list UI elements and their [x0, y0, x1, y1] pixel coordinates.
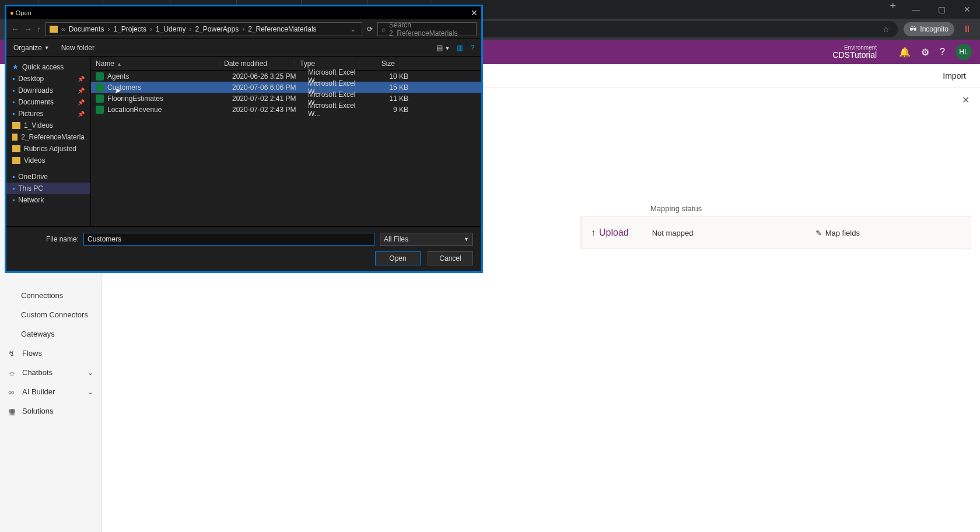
- desk-icon: ▪: [12, 75, 15, 83]
- sidebar-label: AI Builder: [22, 387, 55, 396]
- dialog-title: Open: [16, 9, 32, 16]
- mapping-status-value: Not mapped: [638, 229, 802, 237]
- tree-label: Desktop: [18, 75, 44, 83]
- sidebar-label: Flows: [22, 349, 42, 358]
- tree-label: OneDrive: [18, 173, 48, 181]
- tree-item[interactable]: ▪OneDrive: [6, 171, 90, 183]
- view-options-icon[interactable]: ▤ ▼: [436, 44, 450, 52]
- tree-label: Videos: [24, 156, 45, 164]
- map-fields-button[interactable]: ✎Map fields: [802, 229, 874, 237]
- file-row[interactable]: Agents2020-06-26 3:25 PMMicrosoft Excel …: [91, 71, 481, 82]
- sidebar-label: Custom Connectors: [21, 310, 88, 319]
- tree-item[interactable]: 2_ReferenceMateria: [6, 131, 90, 143]
- filename-input[interactable]: [83, 233, 375, 246]
- upload-button[interactable]: ↑Upload: [581, 217, 638, 249]
- chevron-down-icon: ⌄: [88, 388, 93, 396]
- filename-label: File name:: [15, 235, 79, 243]
- file-open-dialog: ● Open ✕ ← → ↑ « Documents›1_Projects›1_…: [5, 5, 483, 273]
- help-icon[interactable]: ?: [940, 47, 945, 57]
- cancel-button[interactable]: Cancel: [428, 251, 473, 265]
- sidebar-label: Chatbots: [22, 368, 52, 377]
- sidebar-item[interactable]: Custom Connectors: [0, 305, 102, 324]
- sidebar-item[interactable]: ▦Solutions: [0, 401, 102, 421]
- chevron-right-icon: ›: [241, 25, 246, 33]
- tree-item[interactable]: ▪Desktop📌: [6, 73, 90, 85]
- nav-up-button[interactable]: ↑: [37, 24, 41, 34]
- pin-icon: 📌: [78, 88, 85, 94]
- file-row[interactable]: LocationRevenue2020-07-02 2:43 PMMicroso…: [91, 104, 481, 115]
- sidebar-icon: ↯: [8, 349, 16, 358]
- import-button[interactable]: Import: [943, 71, 966, 80]
- sidebar-item[interactable]: ∞AI Builder⌄: [0, 382, 102, 401]
- sidebar-item[interactable]: Connections: [0, 286, 102, 305]
- preview-pane-icon[interactable]: ▥: [457, 44, 463, 52]
- breadcrumb-segment[interactable]: 2_ReferenceMaterials: [248, 25, 316, 33]
- search-input[interactable]: ⌕Search 2_ReferenceMaterials: [377, 22, 477, 36]
- sidebar-item[interactable]: ↯Flows: [0, 344, 102, 363]
- browser-menu-icon[interactable]: ⏸: [960, 24, 974, 34]
- breadcrumb-bar[interactable]: « Documents›1_Projects›1_Udemy›2_PowerAp…: [46, 22, 362, 36]
- tree-item[interactable]: ▪Pictures📌: [6, 108, 90, 120]
- folder-icon: [12, 122, 20, 129]
- excel-icon: [96, 94, 104, 103]
- excel-icon: [96, 72, 104, 80]
- sidebar-label: Connections: [21, 291, 63, 300]
- tree-item[interactable]: ▪This PC: [6, 183, 90, 194]
- breadcrumb-segment[interactable]: 1_Udemy: [156, 25, 186, 33]
- star-icon[interactable]: ☆: [883, 25, 890, 34]
- file-type-filter[interactable]: All Files▼: [380, 233, 473, 246]
- sidebar-item[interactable]: ☼Chatbots⌄: [0, 363, 102, 382]
- new-folder-button[interactable]: New folder: [61, 44, 94, 52]
- organize-menu[interactable]: Organize▼: [13, 44, 50, 52]
- tree-label: Documents: [18, 98, 54, 106]
- window-minimize[interactable]: ―: [903, 0, 929, 19]
- notifications-icon[interactable]: 🔔: [899, 47, 911, 58]
- upload-icon: ↑: [591, 228, 596, 238]
- tree-item[interactable]: ▪Network: [6, 194, 90, 206]
- sidebar-label: Solutions: [22, 407, 53, 415]
- breadcrumb-segment[interactable]: Documents: [69, 25, 104, 33]
- tree-item[interactable]: Rubrics Adjusted: [6, 143, 90, 155]
- tree-item[interactable]: 1_Videos: [6, 120, 90, 131]
- settings-icon[interactable]: ⚙: [921, 47, 929, 58]
- environment-picker[interactable]: Environment CDSTutorial: [832, 44, 877, 60]
- tree-label: Quick access: [22, 63, 64, 71]
- column-headers[interactable]: Name▲ Date modified Type Size: [91, 57, 481, 71]
- dialog-close-icon[interactable]: ✕: [471, 8, 478, 18]
- incognito-badge: 🕶Incognito: [904, 22, 954, 36]
- file-row[interactable]: Customers2020-07-06 6:06 PMMicrosoft Exc…: [91, 82, 481, 93]
- folder-icon: [12, 157, 20, 164]
- nav-back-button[interactable]: ←: [11, 24, 19, 34]
- chevron-down-icon[interactable]: ⌄: [350, 25, 358, 33]
- file-row[interactable]: FlooringEstimates2020-07-02 2:41 PMMicro…: [91, 93, 481, 104]
- net-icon: ▪: [12, 196, 15, 204]
- excel-icon: [96, 106, 104, 114]
- breadcrumb-segment[interactable]: 1_Projects: [113, 25, 146, 33]
- close-icon[interactable]: ✕: [962, 94, 970, 106]
- window-maximize[interactable]: ▢: [929, 0, 954, 19]
- tree-item[interactable]: ▪Downloads📌: [6, 85, 90, 96]
- tree-item[interactable]: ▪Documents📌: [6, 96, 90, 108]
- sidebar-icon: ▦: [8, 407, 16, 415]
- chevron-right-icon: ›: [106, 25, 111, 33]
- file-size: 15 KB: [368, 83, 408, 92]
- desk-icon: ▪: [12, 86, 15, 94]
- file-date: 2020-06-26 3:25 PM: [228, 72, 303, 80]
- open-button[interactable]: Open: [375, 251, 421, 265]
- pin-icon: 📌: [78, 76, 85, 82]
- window-close[interactable]: ✕: [954, 0, 980, 19]
- breadcrumb-segment[interactable]: 2_PowerApps: [195, 25, 239, 33]
- chevron-right-icon: ›: [188, 25, 192, 33]
- help-icon-dialog[interactable]: ?: [470, 44, 474, 52]
- sidebar-icon: ☼: [8, 369, 16, 377]
- nav-forward-button[interactable]: →: [24, 24, 32, 34]
- refresh-icon[interactable]: ⟳: [367, 25, 373, 33]
- desk-icon: ▪: [12, 110, 15, 118]
- tree-item[interactable]: Videos: [6, 155, 90, 166]
- sidebar-item[interactable]: Gateways: [0, 324, 102, 344]
- tree-item[interactable]: ★Quick access: [6, 61, 90, 73]
- file-name: FlooringEstimates: [107, 94, 228, 103]
- desk-icon: ▪: [12, 98, 15, 106]
- new-tab-button[interactable]: +: [883, 0, 903, 19]
- user-avatar[interactable]: HL: [956, 44, 972, 60]
